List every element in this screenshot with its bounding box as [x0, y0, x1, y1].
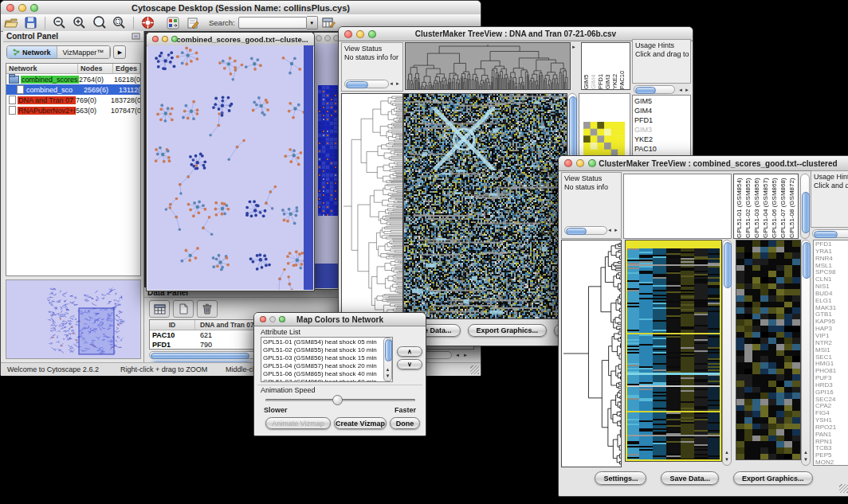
- column-label[interactable]: PAC10: [619, 43, 626, 89]
- zoom-selected-button[interactable]: [112, 16, 127, 30]
- vizmapper-button[interactable]: [165, 16, 180, 30]
- titlebar[interactable]: [312, 33, 340, 45]
- minimize-icon[interactable]: [18, 4, 26, 12]
- scrollbar-thumb[interactable]: [566, 228, 587, 235]
- zoom-window-icon[interactable]: [368, 30, 376, 38]
- attribute-item[interactable]: GPL51-02 (GSM855) heat shock 10 min: [263, 346, 391, 354]
- column-label[interactable]: GPL51-04 (GSM857): [762, 174, 771, 238]
- scroll-left-icon[interactable]: ◄: [389, 80, 394, 87]
- scrollbar-thumb[interactable]: [635, 87, 656, 94]
- move-down-button[interactable]: ∨: [397, 359, 422, 369]
- scrollbar-thumb[interactable]: [803, 242, 811, 279]
- close-icon[interactable]: [260, 316, 266, 322]
- gene-label[interactable]: YKE2: [634, 135, 690, 144]
- zoom-out-button[interactable]: [52, 16, 67, 30]
- network-row[interactable]: combined_scores 2764(0) 16218(0): [6, 74, 140, 84]
- labels-vscrollbar[interactable]: [800, 174, 810, 239]
- close-icon[interactable]: [316, 35, 322, 41]
- close-icon[interactable]: [6, 4, 14, 12]
- scrollbar-thumb[interactable]: [802, 192, 810, 233]
- network-graph-canvas[interactable]: [147, 45, 304, 290]
- scroll-down-icon[interactable]: ▼: [803, 456, 809, 463]
- tab-overflow-button[interactable]: ▶: [113, 45, 126, 59]
- network-table-header[interactable]: Network Nodes Edges: [6, 64, 140, 74]
- column-label[interactable]: GPL51-06 (GSM865): [771, 174, 779, 238]
- gene-label[interactable]: MON2: [815, 459, 848, 466]
- minimize-icon[interactable]: [162, 36, 168, 42]
- treeview-button[interactable]: Settings...: [595, 471, 646, 485]
- expand-arrow-icon[interactable]: ►: [571, 44, 576, 50]
- create-vizmap-button[interactable]: Create Vizmap: [334, 417, 387, 429]
- column-label[interactable]: YKE2: [612, 43, 619, 89]
- column-dendrogram-area[interactable]: [623, 174, 732, 239]
- zoom-window-icon[interactable]: [30, 4, 38, 12]
- scroll-right-icon[interactable]: ►: [395, 80, 400, 87]
- zoom-window-icon[interactable]: [588, 159, 596, 167]
- gene-label[interactable]: GIM5: [634, 96, 690, 106]
- zoom-window-icon[interactable]: [279, 316, 285, 322]
- tab-vizmapper[interactable]: VizMapper™: [57, 46, 111, 58]
- main-heatmap-canvas[interactable]: [625, 240, 722, 462]
- open-file-button[interactable]: [3, 16, 18, 30]
- column-label[interactable]: GPL51-08 (GSM872): [788, 174, 797, 238]
- create-attribute-button[interactable]: [173, 300, 194, 318]
- scroll-right-icon[interactable]: ►: [614, 227, 618, 233]
- attribute-table-button[interactable]: [321, 16, 336, 30]
- close-icon[interactable]: [344, 30, 352, 38]
- save-button[interactable]: [23, 16, 38, 30]
- column-label[interactable]: GPL51-02 (GSM855): [744, 174, 753, 238]
- network-row[interactable]: DNA and Tran 07 769(0) 183728(0): [6, 95, 140, 105]
- scroll-right-icon[interactable]: ►: [461, 352, 469, 358]
- gene-label[interactable]: GIM3: [634, 125, 690, 135]
- resize-grip[interactable]: [470, 365, 479, 374]
- select-attributes-button[interactable]: [149, 300, 170, 318]
- usage-hints-scrollbar[interactable]: [812, 229, 848, 238]
- treeview-button[interactable]: Export Graphics...: [733, 471, 813, 485]
- delete-attribute-button[interactable]: [197, 300, 218, 318]
- search-dropdown-button[interactable]: ▼: [307, 16, 318, 29]
- scroll-down-icon[interactable]: ▼: [385, 373, 391, 379]
- scroll-up-icon[interactable]: ▲: [385, 366, 391, 373]
- view-status-scrollbar[interactable]: [344, 80, 389, 88]
- minimize-icon[interactable]: [269, 316, 276, 322]
- cytoscape-titlebar[interactable]: Cytoscape Desktop (Session Name: collins…: [1, 1, 481, 15]
- scroll-left-icon[interactable]: ◄: [453, 352, 461, 358]
- list-vscrollbar[interactable]: ▲ ▼: [383, 338, 392, 381]
- zoom-heatmap-canvas[interactable]: [736, 240, 801, 460]
- column-label[interactable]: PFD1: [598, 43, 605, 89]
- zoom-in-button[interactable]: [72, 16, 87, 30]
- scroll-left-icon[interactable]: ◄: [607, 227, 612, 233]
- speed-slider-thumb[interactable]: [332, 395, 343, 405]
- scroll-down-icon[interactable]: ▼: [724, 456, 730, 463]
- column-header-id[interactable]: ID: [150, 320, 195, 330]
- zoom-vscrollbar[interactable]: ▲ ▼: [801, 240, 811, 466]
- dense-network-canvas[interactable]: [318, 85, 339, 216]
- gene-label[interactable]: PAC10: [634, 144, 690, 154]
- scrollbar-thumb[interactable]: [385, 339, 392, 361]
- done-button[interactable]: Done: [390, 417, 420, 429]
- treeview-button[interactable]: Export Graphics...: [468, 324, 548, 337]
- tab-network[interactable]: Network: [7, 46, 57, 58]
- network-vscrollbar[interactable]: [304, 45, 313, 290]
- network-navigator[interactable]: [6, 279, 141, 359]
- close-icon[interactable]: [564, 159, 572, 167]
- close-icon[interactable]: [152, 36, 159, 42]
- treeview-button[interactable]: Save Data...: [661, 471, 719, 485]
- scroll-up-icon[interactable]: ▲: [803, 449, 809, 455]
- float-panel-icon[interactable]: [132, 33, 140, 40]
- search-input[interactable]: [238, 17, 307, 29]
- attribute-item[interactable]: GPL51-07 (GSM868) heat shock 60 min: [263, 378, 391, 382]
- minimize-icon[interactable]: [356, 30, 364, 38]
- attribute-item[interactable]: GPL51-01 (GSM854) heat shock 05 min: [263, 338, 391, 346]
- scroll-left-icon[interactable]: ◄: [678, 87, 683, 93]
- dialog-titlebar[interactable]: Map Colors to Network: [254, 313, 426, 326]
- scrollbar-thumb[interactable]: [724, 242, 732, 288]
- attribute-item[interactable]: GPL51-03 (GSM856) heat shock 15 min: [263, 354, 391, 362]
- gene-dendrogram-canvas[interactable]: [341, 93, 403, 319]
- column-label[interactable]: GPL51-07 (GSM868): [779, 174, 788, 238]
- heatmap-canvas[interactable]: [403, 93, 567, 319]
- minimize-icon[interactable]: [324, 35, 331, 41]
- network-canvas-2[interactable]: [313, 44, 340, 288]
- scroll-up-icon[interactable]: ▲: [724, 449, 730, 455]
- annotation-button[interactable]: [185, 16, 200, 30]
